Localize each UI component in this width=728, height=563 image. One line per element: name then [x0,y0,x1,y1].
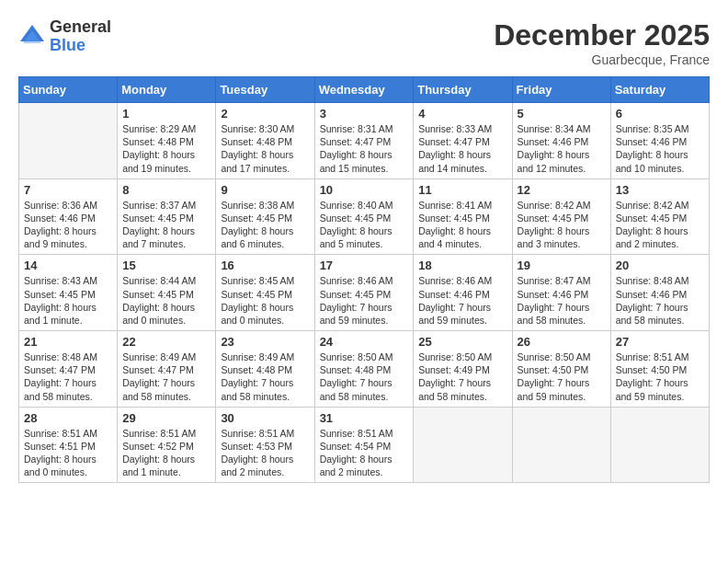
cell-info: Sunrise: 8:47 AMSunset: 4:46 PMDaylight:… [518,274,606,327]
cell-info: Sunrise: 8:41 AMSunset: 4:45 PMDaylight:… [418,199,506,251]
cell-info: Sunrise: 8:33 AMSunset: 4:47 PMDaylight:… [418,122,506,175]
cell-day-number: 22 [122,335,210,349]
header-day-thursday: Thursday [414,77,512,103]
calendar-cell: 17Sunrise: 8:46 AMSunset: 4:45 PMDayligh… [314,255,414,331]
header-day-tuesday: Tuesday [216,77,314,103]
calendar-cell [19,103,118,179]
cell-day-number: 24 [320,335,409,349]
cell-info: Sunrise: 8:48 AMSunset: 4:46 PMDaylight:… [616,274,704,327]
calendar-cell: 7Sunrise: 8:36 AMSunset: 4:46 PMDaylight… [19,178,118,255]
cell-info: Sunrise: 8:50 AMSunset: 4:49 PMDaylight:… [418,350,506,403]
cell-info: Sunrise: 8:44 AMSunset: 4:45 PMDaylight:… [122,274,210,327]
calendar-cell [610,407,709,483]
cell-day-number: 1 [122,107,210,121]
cell-info: Sunrise: 8:29 AMSunset: 4:48 PMDaylight:… [122,122,210,175]
calendar-header: SundayMondayTuesdayWednesdayThursdayFrid… [19,77,710,103]
cell-info: Sunrise: 8:34 AMSunset: 4:46 PMDaylight:… [518,122,606,175]
calendar-cell: 31Sunrise: 8:51 AMSunset: 4:54 PMDayligh… [314,407,414,483]
calendar-cell [512,407,610,483]
calendar-cell: 9Sunrise: 8:38 AMSunset: 4:45 PMDaylight… [216,178,314,255]
calendar-cell: 3Sunrise: 8:31 AMSunset: 4:47 PMDaylight… [314,103,414,179]
header-day-saturday: Saturday [610,77,709,103]
calendar-cell: 23Sunrise: 8:49 AMSunset: 4:48 PMDayligh… [216,331,314,408]
calendar-cell: 1Sunrise: 8:29 AMSunset: 4:48 PMDaylight… [118,103,216,179]
cell-info: Sunrise: 8:51 AMSunset: 4:50 PMDaylight:… [616,350,704,403]
cell-info: Sunrise: 8:35 AMSunset: 4:46 PMDaylight:… [616,122,704,175]
calendar-cell: 24Sunrise: 8:50 AMSunset: 4:48 PMDayligh… [314,331,414,408]
calendar-cell: 26Sunrise: 8:50 AMSunset: 4:50 PMDayligh… [512,331,610,408]
cell-info: Sunrise: 8:30 AMSunset: 4:48 PMDaylight:… [221,122,309,175]
header-row: SundayMondayTuesdayWednesdayThursdayFrid… [19,77,710,103]
cell-info: Sunrise: 8:51 AMSunset: 4:51 PMDaylight:… [24,427,112,479]
calendar-cell: 28Sunrise: 8:51 AMSunset: 4:51 PMDayligh… [19,407,118,483]
cell-day-number: 9 [221,183,309,197]
calendar-table: SundayMondayTuesdayWednesdayThursdayFrid… [18,76,710,483]
logo-general: General [50,18,111,37]
calendar-cell: 10Sunrise: 8:40 AMSunset: 4:45 PMDayligh… [314,178,414,255]
cell-info: Sunrise: 8:42 AMSunset: 4:45 PMDaylight:… [518,199,606,251]
cell-day-number: 30 [221,411,309,425]
location: Guarbecque, France [494,52,710,67]
cell-info: Sunrise: 8:51 AMSunset: 4:53 PMDaylight:… [221,427,309,479]
calendar-cell: 16Sunrise: 8:45 AMSunset: 4:45 PMDayligh… [216,255,314,331]
cell-day-number: 7 [24,183,112,197]
cell-day-number: 12 [518,183,606,197]
cell-info: Sunrise: 8:40 AMSunset: 4:45 PMDaylight:… [320,199,409,251]
cell-day-number: 19 [518,259,606,272]
cell-day-number: 14 [24,259,112,272]
cell-info: Sunrise: 8:46 AMSunset: 4:45 PMDaylight:… [320,274,409,327]
cell-info: Sunrise: 8:50 AMSunset: 4:48 PMDaylight:… [320,350,409,403]
month-title: December 2025 [494,18,710,52]
calendar-cell: 2Sunrise: 8:30 AMSunset: 4:48 PMDaylight… [216,103,314,179]
cell-info: Sunrise: 8:48 AMSunset: 4:47 PMDaylight:… [24,350,112,403]
cell-day-number: 21 [24,335,112,349]
cell-info: Sunrise: 8:49 AMSunset: 4:48 PMDaylight:… [221,350,309,403]
calendar-cell: 30Sunrise: 8:51 AMSunset: 4:53 PMDayligh… [216,407,314,483]
header-day-friday: Friday [512,77,610,103]
calendar-cell: 29Sunrise: 8:51 AMSunset: 4:52 PMDayligh… [118,407,216,483]
header-day-monday: Monday [118,77,216,103]
cell-day-number: 23 [221,335,309,349]
week-row-1: 7Sunrise: 8:36 AMSunset: 4:46 PMDaylight… [19,178,710,255]
cell-day-number: 2 [221,107,309,121]
cell-info: Sunrise: 8:42 AMSunset: 4:45 PMDaylight:… [616,199,704,251]
cell-day-number: 31 [320,411,409,425]
logo: General Blue [18,18,111,55]
cell-day-number: 27 [616,335,704,349]
cell-day-number: 18 [418,259,506,272]
cell-day-number: 6 [616,107,704,121]
title-block: December 2025 Guarbecque, France [494,18,710,67]
cell-day-number: 10 [320,183,409,197]
cell-info: Sunrise: 8:46 AMSunset: 4:46 PMDaylight:… [418,274,506,327]
calendar-cell: 4Sunrise: 8:33 AMSunset: 4:47 PMDaylight… [414,103,512,179]
cell-info: Sunrise: 8:45 AMSunset: 4:45 PMDaylight:… [221,274,309,327]
cell-info: Sunrise: 8:49 AMSunset: 4:47 PMDaylight:… [122,350,210,403]
calendar-cell: 18Sunrise: 8:46 AMSunset: 4:46 PMDayligh… [414,255,512,331]
week-row-0: 1Sunrise: 8:29 AMSunset: 4:48 PMDaylight… [19,103,710,179]
cell-day-number: 29 [122,411,210,425]
cell-day-number: 16 [221,259,309,272]
cell-day-number: 5 [518,107,606,121]
cell-day-number: 25 [418,335,506,349]
calendar-cell: 27Sunrise: 8:51 AMSunset: 4:50 PMDayligh… [610,331,709,408]
calendar-cell: 14Sunrise: 8:43 AMSunset: 4:45 PMDayligh… [19,255,118,331]
logo-icon [18,23,46,51]
cell-info: Sunrise: 8:38 AMSunset: 4:45 PMDaylight:… [221,199,309,251]
calendar-cell: 22Sunrise: 8:49 AMSunset: 4:47 PMDayligh… [118,331,216,408]
page-header: General Blue December 2025 Guarbecque, F… [18,18,710,67]
week-row-3: 21Sunrise: 8:48 AMSunset: 4:47 PMDayligh… [19,331,710,408]
cell-day-number: 4 [418,107,506,121]
calendar-cell: 21Sunrise: 8:48 AMSunset: 4:47 PMDayligh… [19,331,118,408]
cell-info: Sunrise: 8:51 AMSunset: 4:54 PMDaylight:… [320,427,409,479]
cell-day-number: 15 [122,259,210,272]
cell-info: Sunrise: 8:51 AMSunset: 4:52 PMDaylight:… [122,427,210,479]
calendar-cell: 20Sunrise: 8:48 AMSunset: 4:46 PMDayligh… [610,255,709,331]
calendar-cell: 13Sunrise: 8:42 AMSunset: 4:45 PMDayligh… [610,178,709,255]
calendar-cell: 15Sunrise: 8:44 AMSunset: 4:45 PMDayligh… [118,255,216,331]
cell-info: Sunrise: 8:31 AMSunset: 4:47 PMDaylight:… [320,122,409,175]
header-day-wednesday: Wednesday [314,77,414,103]
calendar-cell: 19Sunrise: 8:47 AMSunset: 4:46 PMDayligh… [512,255,610,331]
week-row-4: 28Sunrise: 8:51 AMSunset: 4:51 PMDayligh… [19,407,710,483]
calendar-cell: 25Sunrise: 8:50 AMSunset: 4:49 PMDayligh… [414,331,512,408]
cell-info: Sunrise: 8:37 AMSunset: 4:45 PMDaylight:… [122,199,210,251]
